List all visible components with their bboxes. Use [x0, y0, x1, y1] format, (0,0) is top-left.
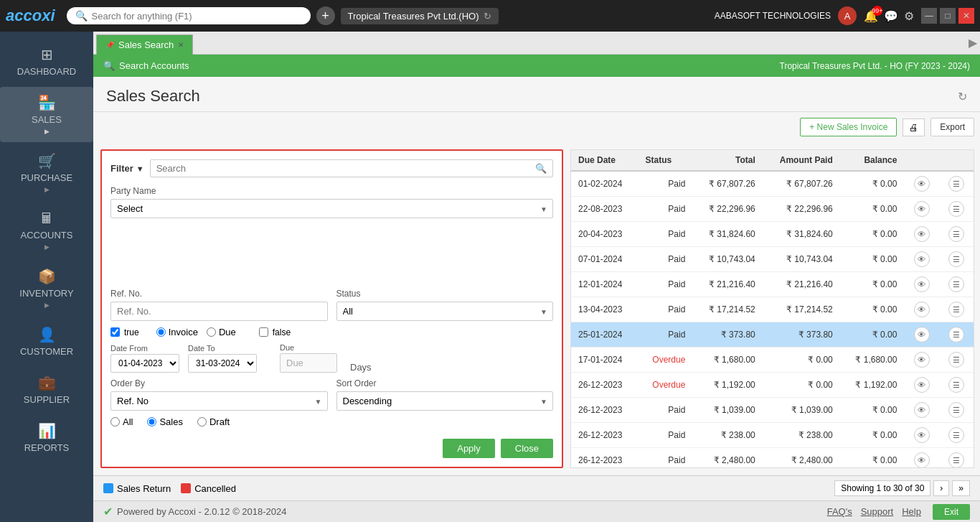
new-sales-invoice-button[interactable]: + New Sales Invoice	[800, 118, 897, 136]
sidebar-item-dashboard[interactable]: ⊞ DASHBOARD	[0, 39, 93, 84]
table-wrapper: Due Date Status Total Amount Paid Balanc…	[570, 149, 974, 468]
ref-no-input[interactable]	[110, 302, 328, 321]
tab-sales-search[interactable]: 📌 Sales Search ✕	[96, 34, 193, 55]
date-to-select[interactable]: 31-03-2024	[188, 354, 257, 373]
view-icon[interactable]: 👁	[914, 327, 930, 342]
by-due-within-checkbox[interactable]	[259, 327, 268, 337]
table-row[interactable]: 26-12-2023 Paid ₹ 2,480.00 ₹ 2,480.00 ₹ …	[571, 448, 974, 469]
exit-button[interactable]: Exit	[933, 504, 970, 520]
tab-nav-right-icon[interactable]: ▶	[969, 36, 977, 50]
sidebar-item-inventory[interactable]: 📦 INVENTORY ▶	[0, 261, 93, 316]
invoice-radio-label: Invoice	[169, 327, 198, 337]
view-icon[interactable]: 👁	[914, 201, 930, 217]
global-search-input[interactable]	[92, 11, 302, 22]
menu-icon[interactable]: ☰	[948, 201, 964, 217]
menu-icon[interactable]: ☰	[948, 302, 964, 317]
all-radio-item[interactable]: All	[110, 416, 133, 427]
menu-icon[interactable]: ☰	[948, 176, 964, 192]
view-icon[interactable]: 👁	[914, 276, 930, 292]
global-search-bar[interactable]: 🔍	[67, 7, 311, 24]
view-icon[interactable]: 👁	[914, 352, 930, 368]
sidebar-item-accounts[interactable]: 🖩 ACCOUNTS ▶	[0, 203, 93, 258]
table-row[interactable]: 25-01-2024 Paid ₹ 373.80 ₹ 373.80 ₹ 0.00…	[571, 322, 974, 348]
view-icon[interactable]: 👁	[914, 302, 930, 317]
view-icon[interactable]: 👁	[914, 226, 930, 242]
logo: accoxi	[6, 6, 55, 25]
search-accounts-label[interactable]: 🔍 Search Accounts	[103, 60, 189, 71]
menu-icon[interactable]: ☰	[948, 327, 964, 342]
help-link[interactable]: Help	[902, 506, 921, 517]
cell-balance: ₹ 0.00	[840, 398, 905, 423]
add-button[interactable]: +	[316, 6, 335, 25]
table-row[interactable]: 20-04-2023 Paid ₹ 31,824.60 ₹ 31,824.60 …	[571, 222, 974, 247]
table-row[interactable]: 12-01-2024 Paid ₹ 21,216.40 ₹ 21,216.40 …	[571, 272, 974, 297]
table-row[interactable]: 13-04-2023 Paid ₹ 17,214.52 ₹ 17,214.52 …	[571, 297, 974, 322]
menu-icon[interactable]: ☰	[948, 402, 964, 418]
company-selector[interactable]: Tropical Treasures Pvt Ltd.(HO) ↻	[341, 8, 499, 24]
order-by-select[interactable]: Ref. No	[110, 391, 328, 411]
menu-icon[interactable]: ☰	[948, 226, 964, 242]
view-icon[interactable]: 👁	[914, 377, 930, 393]
sidebar-item-sales[interactable]: 🏪 SALES ▶	[0, 87, 93, 142]
export-button[interactable]: Export	[930, 118, 974, 136]
last-page-button[interactable]: »	[952, 480, 970, 496]
sort-order-select[interactable]: Descending	[336, 391, 554, 411]
filter-search-box[interactable]: 🔍	[150, 159, 553, 177]
view-icon[interactable]: 👁	[914, 176, 930, 192]
due-radio-item[interactable]: Due	[207, 327, 236, 337]
menu-icon[interactable]: ☰	[948, 427, 964, 443]
table-row[interactable]: 22-08-2023 Paid ₹ 22,296.96 ₹ 22,296.96 …	[571, 197, 974, 222]
cell-menu-action: ☰	[939, 348, 974, 373]
all-radio[interactable]	[110, 417, 120, 427]
chat-icon[interactable]: 💬	[884, 9, 898, 23]
table-row[interactable]: 01-02-2024 Paid ₹ 67,807.26 ₹ 67,807.26 …	[571, 171, 974, 197]
bell-icon[interactable]: 🔔99+	[864, 9, 878, 23]
filter-search-input[interactable]	[156, 163, 535, 174]
refresh-page-icon[interactable]: ↻	[958, 90, 967, 103]
tab-close-icon[interactable]: ✕	[178, 41, 184, 49]
apply-button[interactable]: Apply	[443, 439, 495, 458]
menu-icon[interactable]: ☰	[948, 251, 964, 267]
table-row[interactable]: 26-12-2023 Paid ₹ 238.00 ₹ 238.00 ₹ 0.00…	[571, 423, 974, 448]
refresh-icon[interactable]: ↻	[484, 11, 491, 22]
draft-radio-item[interactable]: Draft	[197, 416, 230, 427]
filter-dropdown-icon[interactable]: ▼	[136, 164, 144, 173]
view-icon[interactable]: 👁	[914, 427, 930, 443]
menu-icon[interactable]: ☰	[948, 276, 964, 292]
invoice-radio-item[interactable]: Invoice	[156, 327, 198, 337]
party-name-select[interactable]: Select	[110, 199, 553, 218]
maximize-button[interactable]: □	[940, 8, 956, 24]
status-select[interactable]: All	[336, 302, 554, 321]
sidebar-item-purchase[interactable]: 🛒 PURCHASE ▶	[0, 145, 93, 200]
due-radio[interactable]	[207, 327, 216, 337]
by-date-checkbox[interactable]	[110, 327, 120, 337]
support-link[interactable]: Support	[861, 506, 894, 517]
sidebar-item-supplier[interactable]: 💼 SUPPLIER	[0, 367, 93, 412]
cell-balance: ₹ 0.00	[840, 247, 905, 272]
view-icon[interactable]: 👁	[914, 452, 930, 468]
sidebar-item-reports[interactable]: 📊 REPORTS	[0, 415, 93, 460]
menu-icon[interactable]: ☰	[948, 452, 964, 468]
sales-radio-item[interactable]: Sales	[147, 416, 183, 427]
table-row[interactable]: 07-01-2024 Paid ₹ 10,743.04 ₹ 10,743.04 …	[571, 247, 974, 272]
draft-radio[interactable]	[197, 417, 207, 427]
sales-radio[interactable]	[147, 417, 156, 427]
table-row[interactable]: 26-12-2023 Paid ₹ 1,039.00 ₹ 1,039.00 ₹ …	[571, 398, 974, 423]
close-button[interactable]: ✕	[958, 8, 974, 24]
view-icon[interactable]: 👁	[914, 251, 930, 267]
close-button[interactable]: Close	[501, 439, 553, 458]
sidebar-item-customer[interactable]: 👤 CUSTOMER	[0, 319, 93, 364]
minimize-button[interactable]: —	[921, 8, 937, 24]
table-row[interactable]: 26-12-2023 Overdue ₹ 1,192.00 ₹ 0.00 ₹ 1…	[571, 373, 974, 398]
invoice-radio[interactable]	[156, 327, 166, 337]
print-icon[interactable]: 🖨	[903, 118, 925, 136]
menu-icon[interactable]: ☰	[948, 377, 964, 393]
date-from-select[interactable]: 01-04-2023	[110, 354, 179, 373]
view-icon[interactable]: 👁	[914, 402, 930, 418]
menu-icon[interactable]: ☰	[948, 352, 964, 368]
days-label: Days	[350, 362, 372, 373]
table-row[interactable]: 17-01-2024 Overdue ₹ 1,680.00 ₹ 0.00 ₹ 1…	[571, 348, 974, 373]
settings-icon[interactable]: ⚙	[904, 9, 914, 23]
next-page-button[interactable]: ›	[933, 480, 949, 496]
faq-link[interactable]: FAQ's	[827, 506, 852, 517]
